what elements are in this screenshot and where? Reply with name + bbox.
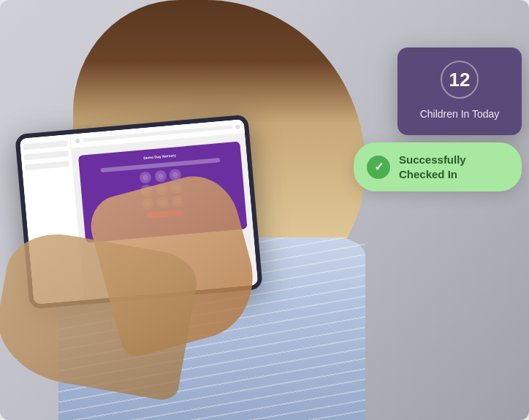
success-message: Successfully Checked In xyxy=(399,153,509,181)
children-count-label: Children In Today xyxy=(409,107,510,121)
children-count-card: 12 Children In Today xyxy=(397,47,522,135)
count-circle: 12 xyxy=(441,61,479,99)
success-icon-circle: ✓ xyxy=(367,156,390,179)
checkmark-icon: ✓ xyxy=(374,161,384,173)
scene: Demo Day Nursery xyxy=(0,0,529,420)
children-count: 12 xyxy=(449,70,471,89)
tablet-nursery-name: Demo Day Nursery xyxy=(143,153,176,160)
success-toast: ✓ Successfully Checked In xyxy=(354,142,522,191)
